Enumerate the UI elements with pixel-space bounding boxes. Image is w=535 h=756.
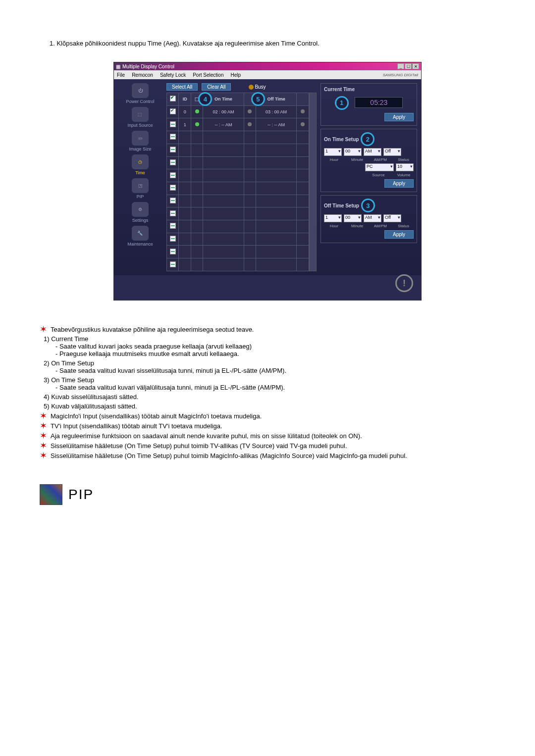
badge-2: 2	[361, 132, 374, 146]
list-item: 5) Kuvab väljalülitusajasti sätted.	[44, 403, 495, 410]
menu-safety-lock[interactable]: Safety Lock	[160, 72, 186, 78]
select-all-button[interactable]: Select All	[166, 83, 198, 91]
status-led	[248, 109, 252, 113]
pip-icon: ◳	[132, 178, 149, 193]
minimize-button[interactable]: _	[397, 63, 404, 69]
apply-button[interactable]: Apply	[384, 230, 414, 239]
power-icon: ⏻	[132, 83, 149, 98]
on-time-panel: On Time Setup 2 1 00 AM Off Hour Minute …	[321, 129, 417, 192]
star-icon: ✶	[40, 422, 48, 430]
row-on-time: 02 : 00 AM	[203, 105, 244, 118]
status-led	[248, 122, 252, 126]
field-label: AM/PM	[371, 157, 391, 162]
on-source-select[interactable]: PC	[365, 163, 394, 171]
col-id: ID	[179, 93, 191, 106]
list-item: 4) Kuvab sisselülitusajasti sätted.	[44, 393, 495, 401]
table-row[interactable]: 0 02 : 00 AM 03 : 00 AM	[167, 105, 309, 118]
info-text: TV'i Input (sisendallikas) töötab ainult…	[51, 422, 222, 430]
busy-indicator: Busy	[249, 84, 266, 90]
menu-port-selection[interactable]: Port Selection	[193, 72, 223, 78]
info-icon: !	[395, 274, 413, 292]
panel-title: On Time Setup	[324, 137, 359, 142]
app-icon: ▦	[116, 64, 120, 69]
apply-button[interactable]: Apply	[384, 179, 414, 188]
badge-4: 4	[198, 92, 212, 106]
info-text: Sisselülitamise hääletuse (On Time Setup…	[51, 442, 347, 450]
list-item-sub: - Saate seada valitud kuvari sisselülitu…	[55, 367, 495, 374]
close-button[interactable]: ✕	[412, 63, 419, 69]
on-hour-select[interactable]: 1	[324, 148, 342, 156]
display-table: ID ⬚ 4 On Time 5 Off Time	[166, 93, 309, 271]
field-label: Hour	[324, 224, 344, 228]
list-item-head: 2) On Time Setup	[44, 359, 495, 367]
off-minute-select[interactable]: 00	[344, 214, 362, 222]
on-ampm-select[interactable]: AM	[364, 148, 381, 156]
menu-help[interactable]: Help	[230, 72, 241, 78]
col-off-time: 5 Off Time	[256, 93, 296, 106]
info-text: Sisselülitamise hääletuse (On Time Setup…	[51, 452, 407, 459]
current-time-value: 05:23	[355, 97, 403, 108]
field-label: Hour	[324, 157, 344, 162]
panel-title: Off Time Setup	[324, 203, 359, 208]
menu-file[interactable]: File	[117, 72, 125, 78]
sidebar-item-maintenance[interactable]: 🔧 Maintenance	[127, 226, 153, 247]
star-icon: ✶	[40, 412, 48, 420]
sidebar-item-settings[interactable]: ⚙ Settings	[132, 202, 149, 223]
col-checkbox[interactable]	[167, 93, 179, 106]
intro-text: 1. Klõpsake põhiikoonidest nuppu Time (A…	[50, 40, 495, 47]
clear-all-button[interactable]: Clear All	[202, 83, 231, 91]
star-icon: ✶	[40, 432, 48, 440]
window-title: Multiple Display Control	[122, 64, 174, 69]
on-status-select[interactable]: Off	[383, 148, 401, 156]
field-label: Status	[393, 224, 414, 228]
sidebar-item-power-control[interactable]: ⏻ Power Control	[126, 83, 154, 104]
row-off-time: -- : -- AM	[256, 118, 296, 131]
field-label: Source	[366, 173, 391, 177]
status-led	[301, 109, 305, 113]
table-row[interactable]: 1 -- : -- AM -- : -- AM	[167, 118, 309, 131]
maximize-button[interactable]: ☐	[405, 63, 412, 69]
sidebar-item-time[interactable]: ◷ Time	[132, 154, 149, 175]
row-id: 0	[179, 105, 191, 118]
status-led	[195, 122, 199, 126]
sidebar-item-image-size[interactable]: ▭ Image Size	[129, 131, 151, 151]
status-led	[195, 109, 199, 113]
col-on-time: 4 On Time	[203, 93, 244, 106]
menubar: File Remocon Safety Lock Port Selection …	[114, 70, 421, 79]
list-item-sub: - Saate seada valitud kuvari väljalülitu…	[55, 384, 495, 391]
scrollbar[interactable]	[309, 93, 317, 271]
star-icon: ✶	[40, 452, 48, 459]
list-item-head: 1) Current Time	[44, 335, 495, 343]
on-minute-select[interactable]: 00	[344, 148, 362, 156]
field-label: Minute	[347, 224, 368, 228]
sidebar-item-label: PIP	[137, 194, 144, 199]
star-icon: ✶	[40, 442, 48, 450]
row-checkbox[interactable]	[170, 121, 176, 127]
brand-label: SAMSUNG DIGITall	[383, 73, 418, 77]
list-item-head: 3) On Time Setup	[44, 376, 495, 384]
info-text: Teabevõrgustikus kuvatakse põhiline aja …	[51, 325, 254, 333]
sidebar-item-input-source[interactable]: ⬚ Input Source	[127, 107, 153, 128]
row-on-time: -- : -- AM	[203, 118, 244, 131]
app-window: ▦ Multiple Display Control _ ☐ ✕ File Re…	[113, 62, 422, 301]
field-label: Minute	[347, 157, 368, 162]
menu-remocon[interactable]: Remocon	[132, 72, 153, 78]
badge-5: 5	[251, 92, 265, 106]
off-ampm-select[interactable]: AM	[364, 214, 381, 222]
image-size-icon: ▭	[132, 131, 149, 146]
status-led	[301, 122, 305, 126]
pip-heading-icon	[40, 484, 62, 505]
sidebar-item-pip[interactable]: ◳ PIP	[132, 178, 149, 199]
sidebar-item-label: Maintenance	[127, 242, 153, 247]
apply-button[interactable]: Apply	[384, 113, 414, 121]
off-hour-select[interactable]: 1	[324, 214, 342, 222]
input-icon: ⬚	[132, 107, 149, 122]
panel-title: Current Time	[324, 87, 355, 92]
badge-1: 1	[335, 96, 349, 110]
on-volume-select[interactable]: 10	[396, 163, 414, 171]
current-time-panel: Current Time 1 05:23 Apply	[321, 83, 417, 126]
gear-icon: ⚙	[132, 202, 149, 217]
row-checkbox[interactable]	[170, 108, 176, 114]
sidebar: ⏻ Power Control ⬚ Input Source ▭ Image S…	[118, 83, 162, 271]
off-status-select[interactable]: Off	[383, 214, 401, 222]
